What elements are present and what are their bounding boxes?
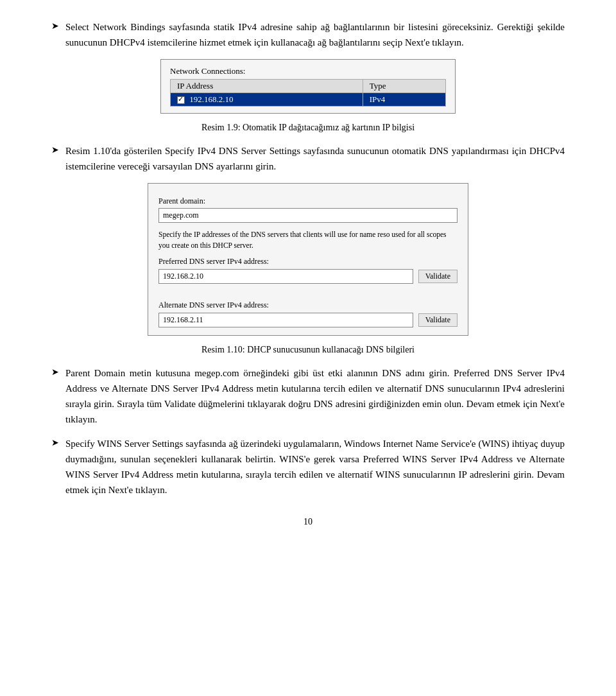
- alternate-dns-input[interactable]: [158, 313, 413, 327]
- preferred-dns-row: Validate: [158, 269, 458, 284]
- arrow-icon-3: ➤: [51, 367, 59, 378]
- screenshot-dns-settings: Parent domain: Specify the IP addresses …: [148, 183, 468, 336]
- checkbox-icon[interactable]: [177, 96, 185, 104]
- col-header-type: Type: [363, 80, 445, 93]
- arrow-icon-4: ➤: [51, 437, 59, 448]
- bullet-text-3a: Parent Domain metin kutusuna megep.com ö…: [65, 365, 565, 427]
- bullet-text-3b: Specify WINS Server Settings sayfasında …: [65, 436, 565, 498]
- bullet-item-3: ➤ Parent Domain metin kutusuna megep.com…: [51, 365, 565, 427]
- table-row: 192.168.2.10 IPv4: [171, 93, 446, 107]
- parent-domain-label: Parent domain:: [158, 196, 458, 206]
- page-number: 10: [51, 517, 565, 527]
- nc-title: Network Connections:: [170, 66, 446, 76]
- col-header-ip: IP Address: [171, 80, 363, 93]
- bullet-item-2: ➤ Resim 1.10'da gösterilen Specify IPv4 …: [51, 143, 565, 174]
- caption-1: Resim 1.9: Otomatik IP dağıtacağımız ağ …: [51, 123, 565, 133]
- type-cell: IPv4: [363, 93, 445, 107]
- preferred-dns-input[interactable]: [158, 269, 413, 284]
- preferred-dns-label: Preferred DNS server IPv4 address:: [158, 257, 458, 266]
- nc-table: IP Address Type 192.168.2.10 IPv4: [170, 79, 446, 107]
- arrow-icon-1: ➤: [51, 21, 59, 31]
- validate-preferred-button[interactable]: Validate: [418, 270, 458, 283]
- dns-box: Parent domain: Specify the IP addresses …: [158, 196, 458, 327]
- content-area: ➤ Select Network Bindings sayfasında sta…: [51, 19, 565, 527]
- validate-alternate-button[interactable]: Validate: [418, 313, 458, 327]
- screenshot-network-connections: Network Connections: IP Address Type 192…: [160, 59, 456, 114]
- bullet-text-1: Select Network Bindings sayfasında stati…: [65, 19, 565, 50]
- dns-description: Specify the IP addresses of the DNS serv…: [158, 229, 458, 252]
- caption-2: Resim 1.10: DHCP sunucusunun kullanacağı…: [51, 345, 565, 355]
- bullet-item-4: ➤ Specify WINS Server Settings sayfasınd…: [51, 436, 565, 498]
- parent-domain-input[interactable]: [158, 208, 458, 223]
- alternate-dns-label: Alternate DNS server IPv4 address:: [158, 300, 458, 310]
- arrow-icon-2: ➤: [51, 144, 59, 155]
- bullet-text-2: Resim 1.10'da gösterilen Specify IPv4 DN…: [65, 143, 565, 174]
- ip-cell: 192.168.2.10: [171, 93, 363, 107]
- alternate-dns-row: Validate: [158, 313, 458, 327]
- bullet-item-1: ➤ Select Network Bindings sayfasında sta…: [51, 19, 565, 50]
